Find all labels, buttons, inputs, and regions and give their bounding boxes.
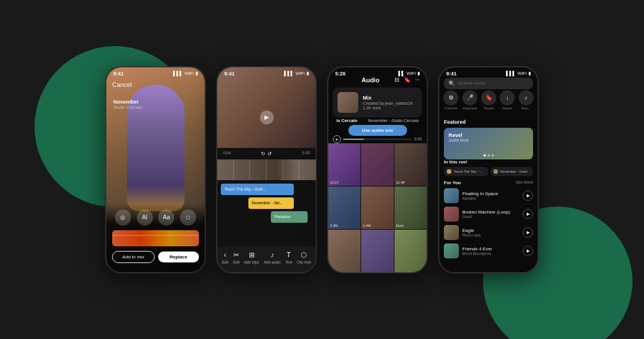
phone4-music-item-2[interactable]: Broken Machine (Loop) SooK ▶ xyxy=(444,207,533,222)
phone-3-audio-browser: 5:26 ▌▌ WiFi ▮ Audio ⊟ 🔖 ··· Mix Created… xyxy=(327,66,428,273)
phone4-featured-section: Featured Revel Justin Hunt xyxy=(444,119,533,159)
music-title-4: Friends 4 Ever xyxy=(462,246,519,252)
music-info-2: Broken Machine (Loop) SooK xyxy=(462,210,519,219)
phone3-signal-icon: ▌▌ xyxy=(398,71,405,76)
grid-cell-6[interactable]: Duet xyxy=(394,186,427,229)
phone1-cancel-label[interactable]: Cancel xyxy=(112,81,132,88)
phone2-toolbar-edit[interactable]: ✂ Edit xyxy=(233,251,239,264)
phone4-reel-track-1[interactable]: Touch The Sky - Guili... xyxy=(444,167,488,176)
phone3-use-audio-mix-button[interactable]: Use audio mix xyxy=(348,125,407,136)
play-circle-2[interactable]: ▶ xyxy=(523,209,533,219)
phone4-ctrl-import[interactable]: ↓ Import xyxy=(500,90,515,110)
phone3-tab-1[interactable]: io Cercato xyxy=(333,116,361,125)
music-info-4: Friends 4 Ever Brent Bourgeois xyxy=(462,246,519,256)
phone4-music-item-1[interactable]: Floating In Space Apogee ▶ xyxy=(444,188,533,203)
phone4-in-reel-label: In this reel xyxy=(444,159,533,165)
phone1-add-to-mix-button[interactable]: Add to mix xyxy=(112,251,155,263)
grid-cell-7[interactable] xyxy=(328,230,361,272)
grid-cell-1[interactable]: 12:27 xyxy=(328,143,361,186)
grid-cell-8[interactable] xyxy=(361,230,393,272)
phone-1-audio-overlay: 9:41 ▌▌▌ WiFi ▮ Cancel November Giulio C… xyxy=(105,66,206,273)
music-title-2: Broken Machine (Loop) xyxy=(462,210,519,215)
phone1-ai-icon[interactable]: AI xyxy=(137,210,153,226)
phone4-featured-artist: Justin Hunt xyxy=(448,138,528,142)
grid-cell-2[interactable] xyxy=(361,143,393,186)
play-circle-4[interactable]: ▶ xyxy=(523,246,533,256)
phone-2-editor: 9:41 ▌▌▌ WiFi ▮ ▶ 0:04 ↻ ↺ 0:33 To xyxy=(216,66,317,273)
phone4-reel-track-name-1: Touch The Sky - Guili... xyxy=(454,170,485,173)
phone2-track-2[interactable]: November - Ski... xyxy=(248,197,294,209)
music-artist-2: SooK xyxy=(462,215,519,219)
dot-1 xyxy=(484,154,486,157)
grid-cell-9[interactable] xyxy=(394,230,427,272)
music-thumb-4 xyxy=(444,243,459,258)
filter-icon[interactable]: ⊟ xyxy=(394,77,399,83)
phone4-music-item-3[interactable]: Eagle Ross Lara ▶ xyxy=(444,225,533,240)
music-artist-4: Brent Bourgeois xyxy=(462,252,519,256)
phone2-bottom-toolbar: ‹ Edit ✂ Edit ⊞ Add clips ♪ Add audio T … xyxy=(217,246,316,272)
grid-label-5: 1.4M xyxy=(363,224,370,227)
voiceover-icon: 🎤 xyxy=(462,90,477,105)
music-thumb-1 xyxy=(444,188,459,203)
phone3-mix-title: Mix xyxy=(363,95,417,101)
cliphub-icon: ⬡ xyxy=(301,251,306,259)
phone2-battery-icon: ▮ xyxy=(306,71,309,76)
music-title-1: Floating In Space xyxy=(462,191,519,196)
phone1-circle-icon[interactable]: ◎ xyxy=(115,210,131,226)
phone3-play-pause-button[interactable]: ▶ xyxy=(333,135,341,143)
phone1-sticker-icon[interactable]: □ xyxy=(180,210,196,226)
phone3-header-icons: ⊟ 🔖 ··· xyxy=(394,77,420,83)
phone4-featured-card[interactable]: Revel Justin Hunt xyxy=(444,128,533,159)
phone4-reel-track-2[interactable]: November - Giulo xyxy=(490,167,533,176)
phone3-photo-grid: 12:27 11:48 2.3M 1.4M Duet xyxy=(328,143,427,272)
phone4-music-item-4[interactable]: Friends 4 Ever Brent Bourgeois ▶ xyxy=(444,243,533,258)
phone4-ctrl-voiceover[interactable]: 🎤 Voiceover xyxy=(462,90,477,110)
phone1-replace-button[interactable]: Replace xyxy=(158,252,200,262)
phone2-track-1[interactable]: Touch The Sky - Guili... xyxy=(221,184,294,195)
bookmark-icon[interactable]: 🔖 xyxy=(404,77,411,83)
phone2-redo-icon[interactable]: ↻ ↺ xyxy=(261,151,272,157)
phone2-toolbar-addaudio[interactable]: ♪ Add audio xyxy=(264,251,281,264)
phone2-track-3[interactable]: Paradise xyxy=(271,211,308,223)
play-circle-3[interactable]: ▶ xyxy=(523,227,533,238)
phone2-play-button[interactable]: ▶ xyxy=(260,111,274,124)
phone4-ctrl-saved[interactable]: 🔖 Saved xyxy=(481,90,496,110)
sound-icon: ♪ xyxy=(519,90,534,105)
grid-cell-5[interactable]: 1.4M xyxy=(361,186,393,229)
phone3-time: 5:26 xyxy=(335,71,346,77)
grid-cell-3[interactable]: 11:48 xyxy=(394,143,427,186)
more-icon[interactable]: ··· xyxy=(415,77,420,83)
phone4-ctrl-sound[interactable]: ♪ Sou... xyxy=(519,90,534,110)
phone3-tab-2[interactable]: November - Giulio Cercato xyxy=(365,116,422,125)
phone3-progress-track[interactable] xyxy=(343,139,412,140)
phone1-overlay-top: Cancel xyxy=(112,79,199,89)
ctrl-label-import: Import xyxy=(503,106,512,110)
phone4-for-you-label: For You xyxy=(444,180,461,185)
phone4-see-more[interactable]: See More xyxy=(516,180,533,185)
phone2-time-current: 0:04 xyxy=(223,151,231,157)
music-info-3: Eagle Ross Lara xyxy=(462,228,519,237)
phone2-toolbar-text[interactable]: T Text xyxy=(285,251,292,264)
grid-cell-4[interactable]: 2.3M xyxy=(328,186,361,229)
phone4-search-placeholder: Search music xyxy=(458,81,485,86)
ctrl-label-saved: Saved xyxy=(484,106,493,110)
phone1-text-icon[interactable]: Aa xyxy=(158,210,174,226)
phone2-toolbar-addclips[interactable]: ⊞ Add clips xyxy=(244,251,259,264)
reel-track-dot-2 xyxy=(493,169,498,174)
phone2-toolbar-back[interactable]: ‹ Edit xyxy=(222,251,228,264)
filmstrip-frame-3 xyxy=(250,159,266,180)
phone4-search-bar[interactable]: 🔍 Search music xyxy=(444,78,533,89)
phone3-mix-creator: Created by jean_vallets24 xyxy=(363,101,417,106)
phone4-battery-icon: ▮ xyxy=(528,71,531,76)
filmstrip-frame-1 xyxy=(217,159,233,180)
play-circle-1[interactable]: ▶ xyxy=(523,191,533,201)
signal-icon: ▌▌▌ xyxy=(173,71,183,76)
addclips-label: Add clips xyxy=(244,260,259,264)
phone2-audio-tracks: Touch The Sky - Guili... November - Ski.… xyxy=(217,180,316,226)
filmstrip-frame-6 xyxy=(300,159,316,180)
phone4-ctrl-controls[interactable]: ⚙ Controls xyxy=(443,90,458,110)
phone2-toolbar-cliphub[interactable]: ⬡ Clip Hub xyxy=(297,251,311,264)
addclips-icon: ⊞ xyxy=(249,251,255,259)
phones-container: 9:41 ▌▌▌ WiFi ▮ Cancel November Giulio C… xyxy=(34,23,610,316)
phone3-playback-bar: ▶ 0:45 xyxy=(333,135,422,143)
